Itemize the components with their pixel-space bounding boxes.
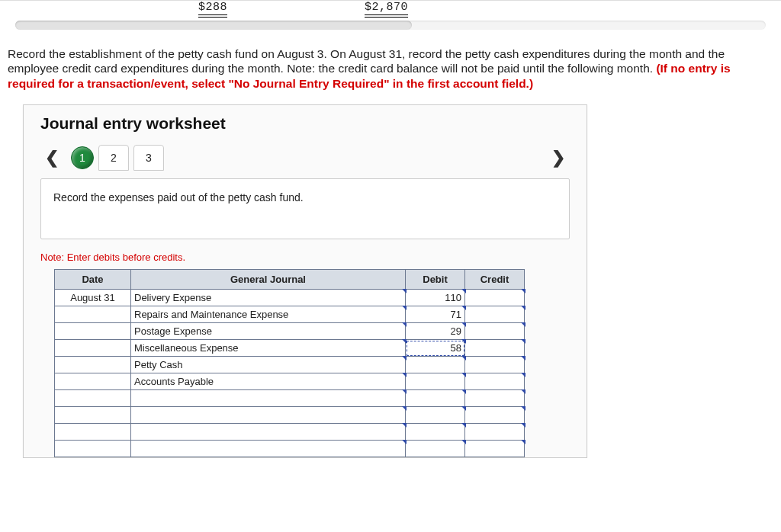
credit-cell[interactable] — [465, 340, 525, 357]
dropdown-arrow-icon[interactable] — [521, 322, 525, 327]
step-1-tab[interactable]: 1 — [71, 146, 94, 169]
account-cell[interactable] — [131, 390, 406, 407]
table-row — [55, 407, 525, 424]
credit-cell[interactable] — [465, 306, 525, 323]
date-cell[interactable] — [55, 424, 131, 441]
table-row: Repairs and Maintenance Expense71 — [55, 306, 525, 323]
account-cell[interactable]: Delivery Expense — [131, 290, 406, 306]
debit-cell[interactable] — [406, 357, 465, 373]
date-cell[interactable] — [55, 441, 131, 457]
date-cell[interactable] — [55, 407, 131, 424]
credit-cell[interactable] — [465, 373, 525, 390]
table-row: August 31Delivery Expense110 — [55, 290, 525, 306]
account-cell[interactable] — [131, 441, 406, 457]
debit-cell[interactable]: 110 — [406, 290, 465, 306]
dropdown-arrow-icon[interactable] — [521, 440, 525, 444]
debit-cell[interactable]: 29 — [406, 323, 465, 340]
debit-cell[interactable] — [406, 407, 465, 424]
scrollbar-thumb[interactable] — [15, 21, 412, 30]
dropdown-arrow-icon[interactable] — [521, 306, 525, 310]
account-cell[interactable] — [131, 424, 406, 441]
account-cell[interactable] — [131, 407, 406, 424]
date-cell[interactable]: August 31 — [55, 290, 131, 306]
debit-cell[interactable] — [406, 390, 465, 407]
debit-cell[interactable]: 58 — [406, 340, 465, 357]
prev-step-chevron-icon[interactable]: ❮ — [40, 146, 63, 169]
step-3-tab[interactable]: 3 — [133, 145, 164, 171]
table-row: Accounts Payable — [55, 373, 525, 390]
table-row: Miscellaneous Expense58 — [55, 340, 525, 357]
dropdown-arrow-icon[interactable] — [521, 339, 525, 344]
dropdown-arrow-icon[interactable] — [521, 406, 525, 411]
date-cell[interactable] — [55, 357, 131, 373]
col-general-journal-header: General Journal — [131, 270, 406, 290]
instruction-body: Record the establishment of the petty ca… — [8, 47, 725, 75]
journal-entry-table: Date General Journal Debit Credit August… — [54, 269, 525, 457]
debit-cell[interactable]: 71 — [406, 306, 465, 323]
dropdown-arrow-icon[interactable] — [521, 389, 525, 394]
debit-cell[interactable] — [406, 373, 465, 390]
prompt-box: Record the expenses paid out of the pett… — [40, 178, 570, 239]
credit-cell[interactable] — [465, 407, 525, 424]
table-row: Postage Expense29 — [55, 323, 525, 340]
account-cell[interactable]: Petty Cash — [131, 357, 406, 373]
col-debit-header: Debit — [406, 270, 465, 290]
prompt-text: Record the expenses paid out of the pett… — [53, 191, 304, 204]
credit-cell[interactable] — [465, 390, 525, 407]
table-row — [55, 424, 525, 441]
horizontal-scrollbar[interactable] — [15, 21, 766, 30]
debit-cell[interactable] — [406, 441, 465, 457]
date-cell[interactable] — [55, 323, 131, 340]
note-text: Note: Enter debits before credits. — [40, 252, 570, 263]
top-amount-row: $288 $2,870 — [0, 0, 781, 25]
dropdown-arrow-icon[interactable] — [521, 356, 525, 361]
col-date-header: Date — [55, 270, 131, 290]
amount-2: $2,870 — [365, 1, 408, 18]
credit-cell[interactable] — [465, 441, 525, 457]
dropdown-arrow-icon[interactable] — [521, 289, 525, 293]
credit-cell[interactable] — [465, 424, 525, 441]
step-2-tab[interactable]: 2 — [98, 145, 129, 171]
debit-cell[interactable] — [406, 424, 465, 441]
col-credit-header: Credit — [465, 270, 525, 290]
table-row: Petty Cash — [55, 357, 525, 373]
date-cell[interactable] — [55, 340, 131, 357]
instruction-text: Record the establishment of the petty ca… — [8, 46, 773, 91]
table-row — [55, 441, 525, 457]
next-step-chevron-icon[interactable]: ❯ — [547, 146, 570, 169]
credit-cell[interactable] — [465, 290, 525, 306]
account-cell[interactable]: Postage Expense — [131, 323, 406, 340]
worksheet-title: Journal entry worksheet — [40, 114, 570, 133]
date-cell[interactable] — [55, 373, 131, 390]
date-cell[interactable] — [55, 390, 131, 407]
account-cell[interactable]: Repairs and Maintenance Expense — [131, 306, 406, 323]
amount-1: $288 — [198, 1, 227, 18]
step-nav: ❮ 1 2 3 ❯ — [40, 143, 570, 172]
dropdown-arrow-icon[interactable] — [521, 373, 525, 377]
date-cell[interactable] — [55, 306, 131, 323]
account-cell[interactable]: Accounts Payable — [131, 373, 406, 390]
table-row — [55, 390, 525, 407]
credit-cell[interactable] — [465, 357, 525, 373]
account-cell[interactable]: Miscellaneous Expense — [131, 340, 406, 357]
journal-worksheet-card: Journal entry worksheet ❮ 1 2 3 ❯ Record… — [23, 104, 587, 458]
credit-cell[interactable] — [465, 323, 525, 340]
dropdown-arrow-icon[interactable] — [521, 423, 525, 428]
